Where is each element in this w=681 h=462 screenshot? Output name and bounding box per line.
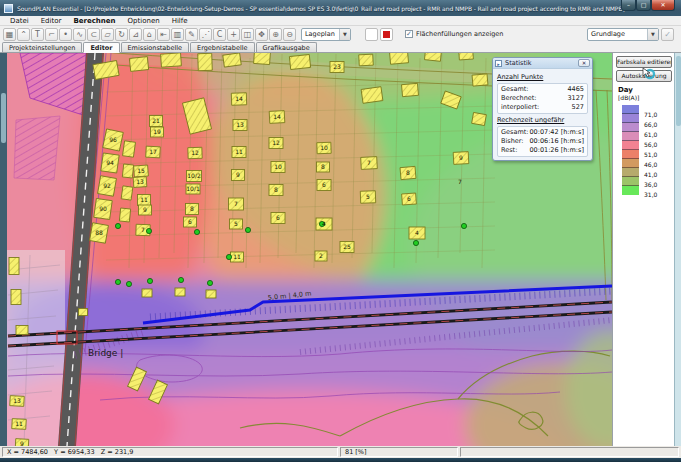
pan-icon[interactable]: ✥ — [255, 28, 268, 41]
legend-unit: [dB(A)] — [618, 94, 639, 101]
wall-tool-icon[interactable]: ▥ — [171, 28, 184, 41]
building[interactable] — [424, 53, 441, 61]
building[interactable] — [289, 54, 310, 69]
building[interactable] — [129, 57, 148, 72]
building-number: 12 — [191, 149, 199, 156]
point-tool-icon[interactable]: • — [59, 28, 72, 41]
toolbar-right-group: Grundlage ▼ ✓ — [587, 28, 675, 41]
building[interactable] — [121, 186, 133, 200]
zoom-in-icon[interactable]: ⊕ — [269, 28, 282, 41]
measure-tool-icon[interactable]: ⋰ — [199, 28, 212, 41]
receiver-point[interactable] — [413, 240, 418, 245]
left-scrollbar-thumb[interactable] — [1, 93, 6, 143]
building[interactable] — [123, 141, 136, 157]
undo-icon[interactable]: ⌃ — [17, 28, 30, 41]
receiver-point[interactable] — [245, 227, 250, 232]
legend-value: 41,0 — [644, 171, 657, 178]
receiver-point[interactable] — [115, 279, 120, 284]
building[interactable] — [402, 83, 419, 96]
building[interactable] — [161, 53, 182, 67]
statistics-panel[interactable]: ▸ Statistik ✕ Anzahl PunkteGesamt:4465Be… — [492, 57, 593, 161]
receiver-point[interactable] — [207, 280, 212, 285]
menu-optionen[interactable]: Optionen — [123, 17, 165, 25]
maximize-button[interactable]: ▢ — [636, 0, 651, 11]
menu-hilfe[interactable]: Hilfe — [167, 17, 193, 25]
building[interactable] — [459, 53, 474, 60]
polygon-tool-icon[interactable]: ▱ — [101, 28, 114, 41]
building[interactable] — [361, 87, 383, 104]
tab-ergebnistabelle[interactable]: Ergebnistabelle — [190, 42, 255, 52]
building[interactable] — [79, 309, 88, 316]
close-icon[interactable]: ✕ — [578, 59, 590, 67]
right-scrollbar[interactable] — [674, 53, 681, 446]
map-viewport[interactable]: 5,0 m | 4,0 m 23969492908821191715131197… — [7, 53, 612, 446]
building-number: 94 — [106, 159, 114, 166]
building[interactable] — [206, 290, 216, 298]
receiver-point[interactable] — [126, 281, 131, 286]
building[interactable] — [359, 54, 374, 66]
tab-grafikausgabe[interactable]: Grafikausgabe — [256, 42, 317, 52]
tab-emissionstabelle[interactable]: Emissionstabelle — [121, 42, 190, 52]
rotate-tool-icon[interactable]: ↻ — [115, 28, 128, 41]
fill-checkbox[interactable]: ✓ — [405, 30, 413, 38]
tab-projekteinstellungen[interactable]: Projekteinstellungen — [2, 42, 82, 52]
receiver-point[interactable] — [178, 277, 183, 282]
elevation-tool-icon[interactable]: ⊿ — [129, 28, 142, 41]
menu-berechnen[interactable]: Berechnen — [68, 17, 120, 25]
redraw-icon[interactable]: C — [213, 28, 226, 41]
text-tool-icon[interactable]: T — [31, 28, 44, 41]
pen-tool-icon[interactable]: ✎ — [185, 28, 198, 41]
stats-row-label: Gesamt: — [501, 128, 528, 137]
receiver-point[interactable] — [461, 223, 466, 228]
menu-editor[interactable]: Editor — [36, 17, 67, 25]
spline-tool-icon[interactable]: ∿ — [73, 28, 86, 41]
building[interactable] — [11, 290, 21, 305]
chevron-down-icon[interactable]: ▼ — [647, 29, 658, 40]
building[interactable] — [389, 53, 408, 64]
building[interactable] — [122, 164, 133, 178]
move-tool-icon[interactable]: ⇤ — [157, 28, 170, 41]
building[interactable] — [472, 74, 488, 86]
polyline-tool-icon[interactable]: ⌐ — [45, 28, 58, 41]
chevron-down-icon[interactable]: ▼ — [339, 29, 350, 40]
minimize-button[interactable]: – — [621, 0, 636, 11]
building[interactable] — [198, 53, 213, 70]
building[interactable] — [472, 112, 487, 125]
receiver-point[interactable] — [194, 229, 199, 234]
building-number: 4 — [415, 229, 419, 236]
zoom-out-icon[interactable]: ⊖ — [283, 28, 296, 41]
right-scrollbar-thumb[interactable] — [676, 56, 681, 126]
apply-button[interactable]: ✓ — [661, 28, 674, 41]
building-number: 8 — [406, 169, 410, 176]
layer-select[interactable]: Lageplan ▼ — [301, 28, 351, 41]
building[interactable] — [119, 208, 130, 222]
tab-editor[interactable]: Editor — [83, 42, 119, 53]
crosshair-icon[interactable]: + — [227, 28, 240, 41]
pen-color-button[interactable] — [380, 28, 393, 41]
building[interactable] — [175, 288, 185, 296]
cursor-coordinates: X = 7484,60 Y = 6954,33 Z = 231,9 — [2, 447, 338, 457]
background-color-button[interactable] — [365, 28, 378, 41]
base-layer-select[interactable]: Grundlage ▼ — [587, 28, 659, 41]
building[interactable] — [142, 289, 152, 297]
statistics-panel-header[interactable]: ▸ Statistik ✕ — [493, 58, 592, 69]
save-icon[interactable]: ▦ — [3, 28, 16, 41]
close-button[interactable]: ✕ — [651, 0, 675, 11]
building-tool-icon[interactable]: ⌂ — [143, 28, 156, 41]
receiver-point[interactable] — [226, 254, 231, 259]
left-scrollbar[interactable] — [0, 53, 7, 446]
stats-row: Rest:00:01:26 [h:m:s] — [501, 146, 584, 155]
status-spacer — [460, 447, 679, 457]
receiver-point[interactable] — [146, 228, 151, 233]
building-number: 7 — [234, 200, 238, 207]
building[interactable] — [223, 53, 242, 67]
building[interactable] — [254, 53, 271, 65]
building-number: 6 — [322, 181, 326, 188]
receiver-point[interactable] — [115, 223, 120, 228]
menu-datei[interactable]: Datei — [5, 17, 34, 25]
split-view-icon[interactable]: ◫ — [241, 28, 254, 41]
building[interactable] — [9, 258, 19, 275]
copy-tool-icon[interactable]: ⊂ — [87, 28, 100, 41]
building[interactable] — [16, 326, 28, 335]
receiver-point[interactable] — [147, 278, 152, 283]
